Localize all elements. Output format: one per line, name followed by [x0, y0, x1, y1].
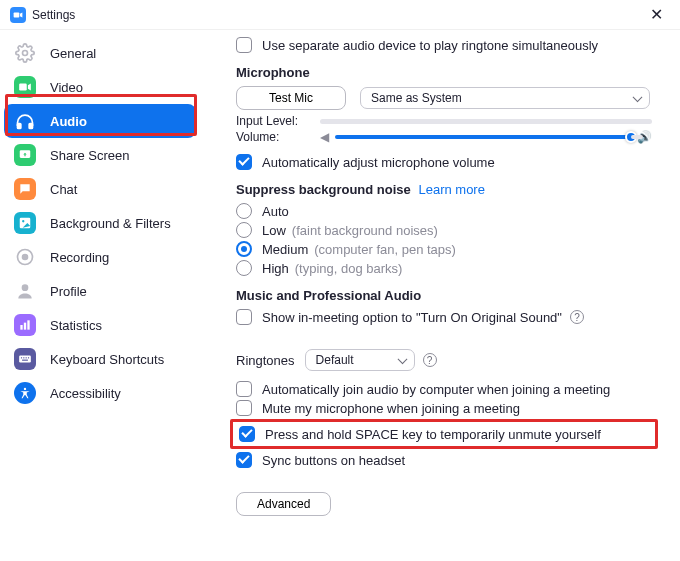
svg-rect-14: [19, 356, 31, 363]
sidebar-item-label: Profile: [50, 284, 87, 299]
checkbox-sync-headset[interactable]: [236, 452, 252, 468]
window-title: Settings: [32, 8, 75, 22]
accessibility-icon: [14, 382, 36, 404]
label-suppress-low: Low: [262, 223, 286, 238]
checkbox-mute-on-join[interactable]: [236, 400, 252, 416]
radio-suppress-low[interactable]: [236, 222, 252, 238]
background-icon: [14, 212, 36, 234]
svg-point-20: [24, 388, 26, 390]
label-suppress-auto: Auto: [262, 204, 289, 219]
radio-suppress-auto[interactable]: [236, 203, 252, 219]
sidebar-item-label: Keyboard Shortcuts: [50, 352, 164, 367]
sidebar-item-profile[interactable]: Profile: [0, 274, 200, 308]
svg-rect-0: [14, 12, 20, 17]
checkbox-auto-join[interactable]: [236, 381, 252, 397]
svg-point-1: [23, 51, 28, 56]
stats-icon: [14, 314, 36, 336]
checkbox-space-unmute[interactable]: [239, 426, 255, 442]
label-mute-on-join: Mute my microphone when joining a meetin…: [262, 401, 520, 416]
svg-rect-19: [22, 360, 28, 361]
mic-device-select[interactable]: Same as System: [360, 87, 650, 109]
sidebar-item-label: Video: [50, 80, 83, 95]
sidebar-item-label: General: [50, 46, 96, 61]
checkbox-original-sound[interactable]: [236, 309, 252, 325]
svg-rect-11: [20, 325, 22, 330]
sidebar-item-keyboard[interactable]: Keyboard Shortcuts: [0, 342, 200, 376]
hint-suppress-low: (faint background noises): [292, 223, 438, 238]
sidebar-item-label: Recording: [50, 250, 109, 265]
volume-label: Volume:: [236, 130, 312, 144]
svg-rect-12: [24, 323, 26, 330]
label-auto-join: Automatically join audio by computer whe…: [262, 382, 610, 397]
sidebar-item-share-screen[interactable]: Share Screen: [0, 138, 200, 172]
section-suppress: Suppress background noise Learn more: [236, 182, 652, 197]
label-auto-adjust: Automatically adjust microphone volume: [262, 155, 495, 170]
gear-icon: [14, 42, 36, 64]
sidebar-item-label: Background & Filters: [50, 216, 171, 231]
label-suppress-high: High: [262, 261, 289, 276]
input-level-label: Input Level:: [236, 114, 312, 128]
sidebar-item-video[interactable]: Video: [0, 70, 200, 104]
label-suppress-medium: Medium: [262, 242, 308, 257]
svg-rect-4: [29, 124, 32, 129]
test-mic-button[interactable]: Test Mic: [236, 86, 346, 110]
headphones-icon: [14, 110, 36, 132]
record-icon: [14, 246, 36, 268]
svg-point-9: [22, 254, 29, 261]
app-logo: [10, 7, 26, 23]
sidebar-item-label: Share Screen: [50, 148, 130, 163]
volume-low-icon: ◀: [320, 130, 329, 144]
help-icon[interactable]: ?: [570, 310, 584, 324]
sidebar-item-label: Statistics: [50, 318, 102, 333]
label-space-unmute: Press and hold SPACE key to temporarily …: [265, 427, 601, 442]
label-original-sound: Show in-meeting option to "Turn On Origi…: [262, 310, 562, 325]
svg-rect-2: [19, 84, 27, 91]
sidebar-item-chat[interactable]: Chat: [0, 172, 200, 206]
learn-more-link[interactable]: Learn more: [418, 182, 484, 197]
help-icon[interactable]: ?: [423, 353, 437, 367]
svg-rect-13: [27, 320, 29, 329]
svg-rect-3: [18, 124, 21, 129]
sidebar-item-label: Chat: [50, 182, 77, 197]
highlight-space-unmute: Press and hold SPACE key to temporarily …: [230, 419, 658, 449]
sidebar-item-background[interactable]: Background & Filters: [0, 206, 200, 240]
title-bar: Settings ✕: [0, 0, 680, 30]
keyboard-icon: [14, 348, 36, 370]
ringtones-select[interactable]: Default: [305, 349, 415, 371]
section-microphone: Microphone: [236, 65, 652, 80]
svg-point-7: [22, 220, 24, 222]
advanced-button[interactable]: Advanced: [236, 492, 331, 516]
hint-suppress-high: (typing, dog barks): [295, 261, 403, 276]
sidebar-item-label: Accessibility: [50, 386, 121, 401]
ringtones-label: Ringtones: [236, 353, 295, 368]
svg-rect-16: [23, 357, 24, 358]
checkbox-separate-device[interactable]: [236, 37, 252, 53]
sidebar-item-statistics[interactable]: Statistics: [0, 308, 200, 342]
sidebar-item-accessibility[interactable]: Accessibility: [0, 376, 200, 410]
svg-point-10: [22, 284, 29, 291]
video-icon: [14, 76, 36, 98]
label-sync-headset: Sync buttons on headset: [262, 453, 405, 468]
checkbox-auto-adjust[interactable]: [236, 154, 252, 170]
svg-rect-17: [26, 357, 27, 358]
input-level-meter: [320, 119, 652, 124]
section-music: Music and Professional Audio: [236, 288, 652, 303]
hint-suppress-medium: (computer fan, pen taps): [314, 242, 456, 257]
sidebar-item-audio[interactable]: Audio: [4, 104, 196, 138]
sidebar-item-recording[interactable]: Recording: [0, 240, 200, 274]
close-icon[interactable]: ✕: [642, 5, 670, 24]
settings-panel-audio: Use separate audio device to play ringto…: [200, 30, 680, 561]
chat-icon: [14, 178, 36, 200]
radio-suppress-high[interactable]: [236, 260, 252, 276]
label-separate-device: Use separate audio device to play ringto…: [262, 38, 598, 53]
volume-slider[interactable]: [335, 135, 631, 139]
sidebar-item-general[interactable]: General: [0, 36, 200, 70]
sidebar: General Video Audio Share Screen Chat Ba…: [0, 30, 200, 561]
svg-rect-18: [28, 357, 29, 358]
share-screen-icon: [14, 144, 36, 166]
profile-icon: [14, 280, 36, 302]
sidebar-item-label: Audio: [50, 114, 87, 129]
radio-suppress-medium[interactable]: [236, 241, 252, 257]
svg-rect-15: [21, 357, 22, 358]
